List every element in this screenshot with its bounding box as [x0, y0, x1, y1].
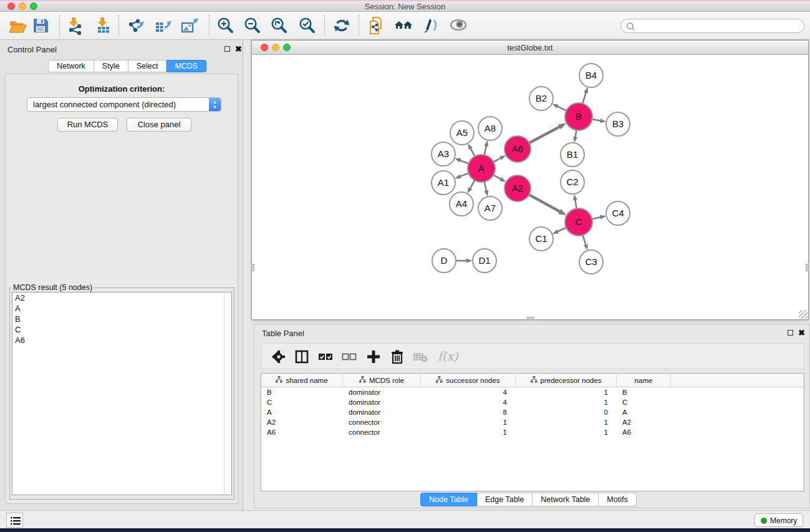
tab-motifs[interactable]: Motifs	[599, 493, 636, 506]
table-cell[interactable]: 0	[516, 407, 617, 417]
graph-edge-A-A3[interactable]	[460, 160, 468, 163]
float-table-panel-icon[interactable]	[788, 330, 793, 336]
export-image-icon[interactable]	[180, 16, 199, 35]
graph-edge-A-A5[interactable]	[470, 148, 475, 157]
table-cell[interactable]: 8	[421, 407, 516, 417]
graph-node-A8[interactable]: A8	[478, 117, 502, 140]
node-table[interactable]: shared nameMCDS rolesuccessor nodesprede…	[261, 373, 804, 491]
table-row[interactable]: A6connector11A6	[261, 427, 804, 437]
graph-node-A2[interactable]: A2	[504, 175, 531, 201]
float-panel-icon[interactable]	[224, 46, 230, 52]
graph-node-A4[interactable]: A4	[450, 192, 473, 216]
graph-node-C2[interactable]: C2	[561, 170, 584, 194]
delete-table-icon[interactable]	[412, 349, 428, 365]
tab-mcds[interactable]: MCDS	[166, 60, 206, 72]
deselect-all-checkboxes-icon[interactable]	[341, 349, 357, 365]
table-row[interactable]: Bdominator41B	[261, 387, 804, 397]
tab-network[interactable]: Network	[48, 60, 94, 72]
close-panel-icon[interactable]: ✖	[235, 46, 242, 52]
table-cell[interactable]: A2	[261, 417, 343, 427]
table-cell[interactable]: connector	[343, 427, 421, 437]
memory-button[interactable]: Memory	[755, 513, 803, 527]
result-item[interactable]: B	[12, 314, 231, 324]
window-resize-grip[interactable]	[799, 310, 808, 319]
graph-node-B[interactable]: B	[565, 103, 592, 130]
graph-node-A6[interactable]: A6	[504, 136, 531, 162]
table-cell[interactable]: dominator	[343, 407, 421, 417]
tab-network-table[interactable]: Network Table	[533, 493, 599, 506]
table-cell[interactable]: 1	[516, 417, 617, 427]
table-cell[interactable]: C	[617, 397, 671, 407]
table-cell[interactable]: 1	[516, 387, 617, 397]
graph-node-B1[interactable]: B1	[561, 143, 584, 167]
table-cell[interactable]: dominator	[343, 387, 421, 397]
save-session-icon[interactable]	[31, 16, 50, 35]
zoom-out-icon[interactable]	[243, 16, 261, 35]
table-cell[interactable]: A	[261, 407, 343, 417]
close-table-panel-icon[interactable]: ✖	[798, 329, 805, 336]
refresh-layout-icon[interactable]	[332, 16, 351, 35]
table-row[interactable]: Adominator80A	[261, 407, 804, 417]
graph-node-C[interactable]: C	[565, 208, 592, 236]
graph-edge-C-C2[interactable]	[575, 200, 576, 209]
graph-node-D1[interactable]: D1	[473, 249, 496, 273]
network-canvas[interactable]: B4B2BB3A5A8A6A3B1AA1C2A2A4A7C4CC1C3DD1	[252, 55, 808, 319]
zoom-fit-icon[interactable]	[269, 16, 288, 35]
graph-edge-A-A4[interactable]	[470, 180, 475, 188]
table-cell[interactable]: 4	[421, 397, 516, 407]
show-graphics-details-icon[interactable]	[421, 16, 440, 35]
window-resize-handle-left[interactable]	[251, 264, 254, 271]
table-cell[interactable]: 1	[516, 427, 617, 437]
delete-column-icon[interactable]	[389, 349, 405, 365]
graph-node-A7[interactable]: A7	[478, 196, 502, 220]
tab-style[interactable]: Style	[94, 60, 128, 72]
table-cell[interactable]: A	[617, 407, 671, 417]
graph-node-B2[interactable]: B2	[529, 87, 553, 110]
graph-edge-B-B1[interactable]	[576, 130, 577, 138]
table-cell[interactable]: connector	[343, 417, 421, 427]
graph-edge-A2-C[interactable]	[529, 195, 560, 211]
result-item[interactable]: C	[12, 324, 231, 335]
column-visibility-icon[interactable]	[294, 349, 310, 365]
graph-edge-C-C4[interactable]	[592, 217, 600, 219]
table-cell[interactable]: A6	[261, 427, 343, 437]
function-builder-icon[interactable]: f(x)	[438, 349, 458, 363]
column-header-predecessor-nodes[interactable]: predecessor nodes	[516, 374, 617, 387]
search-field[interactable]	[620, 19, 804, 33]
graph-edge-C-C1[interactable]	[557, 228, 566, 231]
graph-edge-A-A6[interactable]	[493, 158, 501, 162]
graph-edge-B-B3[interactable]	[592, 119, 601, 121]
graph-node-C4[interactable]: C4	[606, 201, 630, 225]
new-network-from-selection-icon[interactable]	[368, 16, 387, 35]
graph-edge-A-A2[interactable]	[493, 175, 501, 180]
criterion-select[interactable]: largest connected component (directed) ▲…	[27, 97, 221, 112]
graph-node-B4[interactable]: B4	[579, 64, 603, 87]
graph-node-A1[interactable]: A1	[432, 171, 455, 195]
table-cell[interactable]: B	[261, 387, 343, 397]
window-resize-handle-right[interactable]	[806, 264, 809, 271]
birdseye-view-icon[interactable]	[449, 16, 468, 35]
mcds-result-list[interactable]: A2ABCA6	[12, 292, 232, 495]
tab-node-table[interactable]: Node Table	[420, 493, 477, 506]
table-cell[interactable]: B	[617, 387, 671, 397]
graph-node-D[interactable]: D	[432, 249, 456, 273]
graph-node-A[interactable]: A	[468, 155, 495, 182]
table-cell[interactable]: 1	[421, 427, 516, 437]
column-header-name[interactable]: name	[617, 374, 671, 387]
search-input[interactable]	[637, 20, 799, 32]
table-options-icon[interactable]	[271, 349, 287, 365]
graph-edge-A6-B[interactable]	[529, 127, 560, 143]
import-network-icon[interactable]	[65, 16, 84, 35]
graph-node-A5[interactable]: A5	[450, 121, 474, 145]
graph-node-C1[interactable]: C1	[529, 227, 553, 251]
table-cell[interactable]: A6	[617, 427, 671, 437]
graph-edge-A-A1[interactable]	[460, 173, 468, 177]
graph-node-B3[interactable]: B3	[606, 112, 630, 136]
add-column-icon[interactable]	[365, 349, 382, 365]
graph-edge-A-A8[interactable]	[485, 145, 486, 155]
graph-edge-B-B2[interactable]	[557, 106, 566, 110]
window-resize-handle-bottom[interactable]	[527, 317, 534, 320]
result-item[interactable]: A	[12, 303, 231, 314]
export-table-icon[interactable]	[153, 16, 172, 35]
zoom-selected-icon[interactable]	[297, 16, 316, 35]
